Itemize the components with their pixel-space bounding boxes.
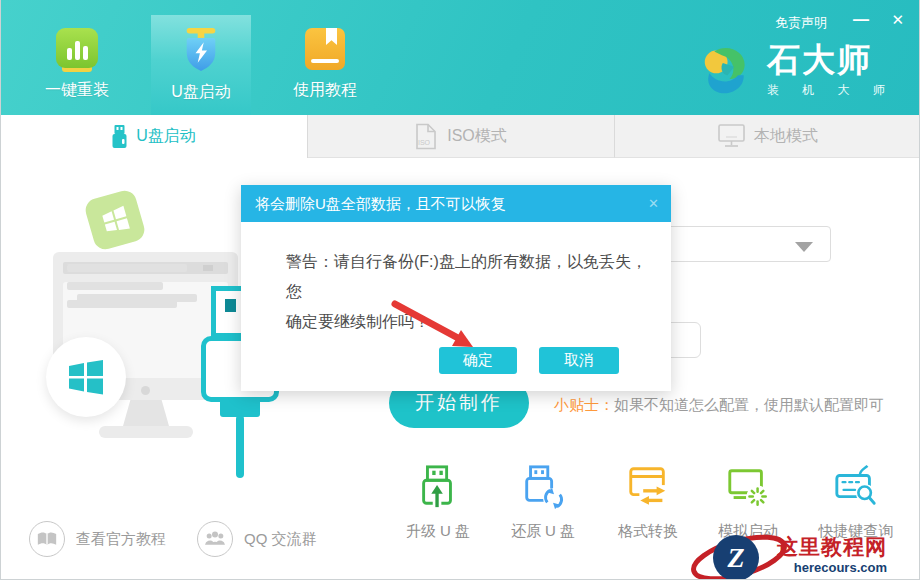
mode-tab-local[interactable]: 本地模式 <box>615 115 920 158</box>
open-book-icon <box>29 521 65 557</box>
toolbar-label: 格式转换 <box>602 522 694 541</box>
qq-group-link[interactable]: QQ 交流群 <box>197 521 317 557</box>
nav-tab-label: 使用教程 <box>293 80 357 101</box>
svg-text:ISO: ISO <box>418 139 431 146</box>
hotkey-search-icon <box>833 464 879 510</box>
usb-drive-icon <box>112 125 127 149</box>
nav-tab-usb-boot[interactable]: U盘启动 <box>151 0 251 115</box>
toolbar-item-upgrade-usb[interactable]: 升级 U 盘 <box>392 464 484 541</box>
ok-button[interactable]: 确定 <box>439 347 517 374</box>
dialog-close-icon[interactable]: ✕ <box>648 185 659 222</box>
toolbar-item-hotkey-query[interactable]: 快捷键查询 <box>810 464 902 541</box>
footer-link-label: QQ 交流群 <box>244 530 317 549</box>
chart-bars-icon <box>56 28 98 70</box>
brand-tagline: 装 机 大 师 <box>767 82 895 99</box>
nav-tab-label: 一键重装 <box>45 80 109 101</box>
app-window: 一键重装 U盘启动 使用教程 <box>0 0 920 580</box>
dialog-message-line: 警告：请自行备份(F:)盘上的所有数据，以免丢失，您 <box>286 247 661 307</box>
tip-label: 小贴士： <box>554 396 614 413</box>
main-nav: 一键重装 U盘启动 使用教程 <box>27 0 399 115</box>
header: 一键重装 U盘启动 使用教程 <box>1 0 920 115</box>
mode-tab-label: 本地模式 <box>754 126 818 147</box>
book-icon <box>305 28 345 70</box>
mode-tab-label: U盘启动 <box>136 126 196 147</box>
usb-upgrade-icon <box>415 464 461 510</box>
dialog-title: 将会删除U盘全部数据，且不可以恢复 <box>255 195 506 212</box>
toolbar-label: 还原 U 盘 <box>497 522 589 541</box>
official-tutorial-link[interactable]: 查看官方教程 <box>29 521 166 557</box>
brand-name: 石大师 <box>767 42 895 78</box>
monitor-icon <box>718 124 745 148</box>
windows-tile-decoration <box>83 188 147 252</box>
site-watermark: Z 这里教程网 herecours.com <box>689 532 920 580</box>
tip-text: 小贴士：如果不知道怎么配置，使用默认配置即可 <box>554 396 884 415</box>
format-convert-icon <box>625 464 671 510</box>
simulate-boot-icon <box>725 464 771 510</box>
dialog-titlebar: 将会删除U盘全部数据，且不可以恢复 ✕ <box>241 185 671 222</box>
windows-flag-icon <box>98 203 131 236</box>
swirl-logo-icon <box>700 42 757 99</box>
minimize-button[interactable]: — <box>853 11 869 29</box>
disclaimer-link[interactable]: 免责声明 <box>775 14 827 32</box>
nav-tab-label: U盘启动 <box>171 82 231 103</box>
mode-tab-iso[interactable]: ISO ISO模式 <box>308 115 615 158</box>
toolbar-item-format-convert[interactable]: 格式转换 <box>602 464 694 541</box>
watermark-domain: herecours.com <box>777 559 887 576</box>
nav-tab-tutorial[interactable]: 使用教程 <box>275 0 375 115</box>
shield-lightning-icon <box>181 28 221 72</box>
chevron-down-icon <box>795 242 813 252</box>
windows-badge <box>46 337 126 417</box>
dialog-message-line: 确定要继续制作吗？ <box>286 307 661 337</box>
usb-restore-icon <box>520 464 566 510</box>
dialog-message: 警告：请自行备份(F:)盘上的所有数据，以免丢失，您 确定要继续制作吗？ <box>286 247 661 337</box>
watermark-site-name: 这里教程网 <box>777 535 887 559</box>
toolbar-item-restore-usb[interactable]: 还原 U 盘 <box>497 464 589 541</box>
people-group-icon <box>197 521 233 557</box>
nav-tab-one-key-reinstall[interactable]: 一键重装 <box>27 0 127 115</box>
windows-flag-icon <box>66 357 106 397</box>
tip-body: 如果不知道怎么配置，使用默认配置即可 <box>614 396 884 413</box>
warning-dialog: 将会删除U盘全部数据，且不可以恢复 ✕ 警告：请自行备份(F:)盘上的所有数据，… <box>241 185 671 391</box>
footer-link-label: 查看官方教程 <box>76 530 166 549</box>
watermark-badge: Z <box>713 535 759 580</box>
mode-tab-label: ISO模式 <box>447 126 507 147</box>
mode-tab-usb-boot[interactable]: U盘启动 <box>1 115 308 158</box>
mode-tabs: U盘启动 ISO ISO模式 本地模式 <box>1 115 920 158</box>
cancel-button[interactable]: 取消 <box>539 347 619 374</box>
close-button[interactable]: ✕ <box>891 11 904 29</box>
toolbar-label: 升级 U 盘 <box>392 522 484 541</box>
brand-logo: 石大师 装 机 大 师 <box>700 42 895 99</box>
iso-file-icon: ISO <box>415 123 438 150</box>
